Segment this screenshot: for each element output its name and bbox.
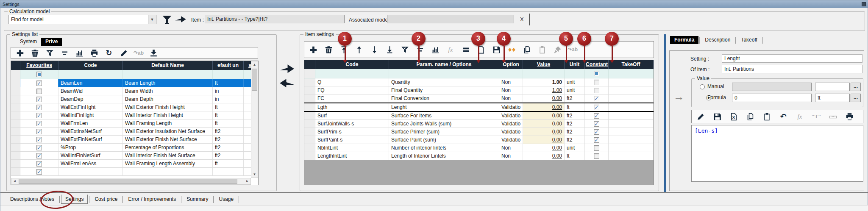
constant-filter-cell[interactable]: [585, 69, 609, 78]
row-gutter[interactable]: [304, 103, 315, 111]
delete-icon[interactable]: [324, 45, 333, 54]
refresh-icon[interactable]: ↻: [104, 48, 114, 58]
column-header[interactable]: TakeOff: [609, 60, 654, 69]
row-gutter[interactable]: [304, 152, 315, 160]
constant-checkbox[interactable]: [594, 96, 599, 101]
constant-checkbox[interactable]: [594, 145, 599, 151]
item-setting-row[interactable]: NbIntLintNumber of interior lintelsNon0.…: [304, 144, 654, 152]
settings-list-hscrollbar[interactable]: ◄ ►: [11, 178, 251, 185]
combo-dropdown-icon[interactable]: ▼: [148, 15, 156, 24]
settings-row[interactable]: BeamDepBeam Depthin: [11, 95, 258, 103]
filter-icon[interactable]: [45, 48, 54, 58]
favourite-checkbox[interactable]: [36, 97, 42, 102]
settings-list-tab-prive[interactable]: Prive: [41, 38, 62, 46]
row-gutter[interactable]: [11, 136, 20, 143]
constant-checkbox[interactable]: [594, 121, 599, 127]
bottom-tab-summary[interactable]: Summary: [183, 195, 212, 203]
title-bar[interactable]: Settings: [0, 0, 868, 8]
panel-tab-takeoff[interactable]: Takeoff: [737, 36, 761, 44]
favourite-checkbox[interactable]: [36, 153, 42, 158]
column-header[interactable]: efault un: [213, 61, 244, 70]
column-header[interactable]: Code: [315, 60, 389, 69]
settings-list-filter-row[interactable]: [11, 70, 258, 79]
add-icon[interactable]: [309, 45, 318, 54]
favourites-filter-checkbox[interactable]: [36, 72, 42, 77]
favourite-checkbox[interactable]: [36, 145, 42, 150]
edit-icon[interactable]: [119, 48, 128, 58]
formula-editor[interactable]: [Len-s]: [691, 125, 863, 182]
transfer-left-arrow-icon[interactable]: [278, 78, 295, 91]
manual-radio[interactable]: [700, 84, 705, 89]
print-icon[interactable]: [845, 112, 854, 121]
clear-associated-button[interactable]: X: [520, 16, 524, 22]
move-last-icon[interactable]: [385, 45, 394, 54]
constant-checkbox[interactable]: [594, 105, 599, 110]
filter-cell[interactable]: [499, 69, 523, 78]
print-icon[interactable]: [89, 48, 99, 58]
favourite-checkbox[interactable]: [36, 105, 42, 110]
settings-row[interactable]: WallIntFinNetSurfWall Interior Finish Ne…: [11, 152, 258, 160]
filter-cell[interactable]: [565, 69, 585, 78]
column-header[interactable]: Code: [58, 61, 123, 70]
move-down-icon[interactable]: [370, 45, 379, 54]
format-icon[interactable]: [553, 45, 562, 54]
edit-icon[interactable]: [696, 112, 705, 121]
link-icon[interactable]: [507, 45, 516, 54]
value-cell[interactable]: 1.00: [523, 78, 565, 86]
item-field[interactable]: Int. Partitions - - Type?|Ht?: [205, 15, 345, 23]
statistics-icon[interactable]: [75, 48, 84, 58]
item-setting-row[interactable]: SurfPrim-sSurface Primer (sum)Validatio0…: [304, 128, 654, 136]
document-icon[interactable]: [476, 45, 486, 54]
item-setting-row[interactable]: SurfPaint-sSurface Paint (sum)Validatio0…: [304, 136, 654, 144]
settings-row[interactable]: WallIntFinHghtWall Interior Finish Heigh…: [11, 111, 258, 119]
value-cell[interactable]: 0.00: [523, 112, 565, 119]
setting-field[interactable]: Lenght: [722, 54, 862, 63]
rename-icon[interactable]: ↷ab: [134, 48, 143, 58]
settings-row[interactable]: %PropPercentage of Proportionsft2: [11, 144, 258, 152]
of-item-field[interactable]: Int. Partitions: [722, 65, 862, 73]
item-setting-row[interactable]: QQuantityNon1.00unit: [304, 78, 654, 86]
measure-icon[interactable]: [828, 112, 837, 121]
item-settings-header[interactable]: CodeParam. name / OptionsOptionValueUnit…: [304, 60, 654, 69]
value-cell[interactable]: 0.00: [523, 128, 565, 136]
value-cell[interactable]: 0.00: [523, 120, 565, 128]
clear-filter-icon[interactable]: [415, 45, 425, 54]
bottom-tab-error-improvements[interactable]: Error / Improvements: [124, 195, 180, 203]
move-up-icon[interactable]: [354, 45, 364, 54]
item-setting-row[interactable]: LgthLenghtValidatio0.00ft: [304, 103, 654, 112]
favourite-checkbox[interactable]: [36, 113, 42, 118]
row-gutter[interactable]: [304, 144, 315, 152]
column-header[interactable]: Unit: [565, 60, 585, 69]
filter-cell[interactable]: [123, 70, 213, 79]
vscroll-thumb[interactable]: [252, 69, 257, 91]
bottom-tab-cost-price[interactable]: Cost price: [91, 195, 121, 203]
constant-checkbox[interactable]: [594, 129, 599, 135]
transfer-right-arrow-icon[interactable]: [278, 63, 295, 76]
constant-checkbox[interactable]: [594, 80, 599, 85]
row-gutter[interactable]: [11, 152, 20, 159]
column-header[interactable]: Option: [499, 60, 523, 69]
save-icon[interactable]: [492, 45, 501, 54]
excel-icon[interactable]: X: [729, 112, 738, 121]
value-cell[interactable]: 0.00: [523, 144, 565, 152]
favourite-checkbox[interactable]: [36, 121, 42, 126]
constant-checkbox[interactable]: [594, 153, 599, 159]
column-header[interactable]: Constant: [585, 60, 609, 69]
undo-icon[interactable]: ↶: [779, 112, 788, 121]
row-gutter[interactable]: [304, 136, 315, 144]
settings-row[interactable]: WallExtFinNetSurfWall Exterior Finish Ne…: [11, 136, 258, 144]
row-gutter[interactable]: [11, 87, 20, 95]
constant-checkbox[interactable]: [594, 113, 599, 119]
move-first-icon[interactable]: [339, 45, 348, 54]
row-gutter[interactable]: [304, 94, 315, 102]
value-cell[interactable]: 0.00: [523, 94, 565, 102]
row-gutter[interactable]: [11, 128, 20, 135]
formula-icon[interactable]: fx: [795, 112, 804, 121]
formula-icon[interactable]: fx: [446, 45, 455, 54]
favourite-checkbox[interactable]: [36, 129, 42, 134]
settings-row[interactable]: BeamLenBeam Lengthft: [11, 79, 258, 87]
bottom-tab-settings[interactable]: Settings: [61, 194, 88, 204]
clear-filter-icon[interactable]: [60, 48, 69, 58]
filter-icon[interactable]: [400, 45, 409, 54]
value-cell[interactable]: 1.00: [523, 86, 565, 94]
